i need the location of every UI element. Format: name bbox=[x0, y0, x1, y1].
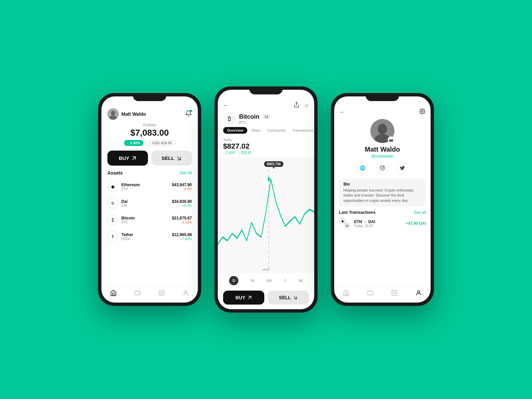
asset-name: Bitcoin bbox=[121, 216, 169, 220]
coin-rank: #1 bbox=[263, 114, 270, 119]
buy-button[interactable]: BUY bbox=[107, 151, 148, 166]
list-item[interactable]: ⊝ Dai DAI $34,836.80 +6.2% bbox=[101, 195, 198, 211]
bio-section: Bio Helping people succeed. Crypto enthu… bbox=[339, 179, 426, 206]
portfolio-label: Portfolio bbox=[101, 123, 198, 127]
svg-point-10 bbox=[185, 291, 187, 293]
portfolio-header: Matt Waldo bbox=[101, 106, 198, 122]
tx-time: Today, 15:93 bbox=[354, 224, 402, 228]
wallet-icon[interactable] bbox=[134, 290, 141, 298]
home-icon[interactable] bbox=[343, 290, 349, 298]
profile-avatar-container: 📷 bbox=[370, 119, 394, 143]
eth-icon: ◆ bbox=[107, 181, 118, 192]
coin-tabs: Overview News Community Transactions bbox=[218, 127, 314, 134]
asset-price: $21,675.67 bbox=[172, 216, 192, 220]
detail-buy-button[interactable]: BUY bbox=[223, 291, 264, 305]
chart-tooltip: $865.736 bbox=[264, 161, 283, 167]
timeframe-all[interactable]: All bbox=[299, 279, 303, 283]
svg-point-1 bbox=[111, 111, 115, 115]
svg-point-22 bbox=[383, 167, 384, 167]
tab-news[interactable]: News bbox=[249, 127, 263, 134]
asset-symbol: DAI bbox=[121, 204, 169, 207]
svg-rect-23 bbox=[367, 291, 373, 295]
list-item[interactable]: ◆ Ethereum ETH $43,947.90 -4.2% bbox=[101, 178, 198, 195]
back-button[interactable]: ← bbox=[339, 109, 345, 115]
user-row: Matt Waldo bbox=[107, 108, 146, 120]
change-usd-badge: ↑ USD 628.95 bbox=[146, 140, 175, 146]
change-pct: ↑ 2.90% bbox=[223, 151, 235, 155]
asset-price: $43,947.90 bbox=[172, 183, 192, 187]
settings-button[interactable] bbox=[419, 108, 425, 116]
asset-change: -2.12% bbox=[172, 220, 192, 224]
profile-icon[interactable] bbox=[183, 290, 189, 298]
asset-change: -4.2% bbox=[172, 187, 192, 191]
chart-time-label: 18:00 bbox=[262, 268, 270, 271]
list-item[interactable]: ₿ Bitcoin BTC $21,675.67 -2.12% bbox=[101, 211, 198, 228]
portfolio-value: $7,083.00 bbox=[101, 128, 198, 138]
notification-bell-icon[interactable] bbox=[185, 110, 192, 118]
wallet-icon[interactable] bbox=[367, 290, 374, 298]
bio-title: Bio bbox=[343, 182, 421, 187]
asset-name: Tether bbox=[121, 232, 169, 237]
coin-symbol: BTC bbox=[239, 120, 270, 124]
asset-name: Ethereum bbox=[121, 183, 169, 187]
svg-rect-5 bbox=[135, 291, 140, 295]
asset-symbol: BTC bbox=[121, 220, 169, 224]
profile-section: 📷 Matt Waldo @mattwaldo 🌐 bbox=[334, 116, 431, 176]
asset-name: Dai bbox=[121, 199, 169, 204]
asset-change: +6.2% bbox=[172, 204, 192, 207]
detail-sell-button[interactable]: SELL bbox=[268, 291, 309, 305]
home-icon[interactable] bbox=[110, 290, 117, 298]
change-usd: ↑ $28.95 bbox=[238, 151, 251, 155]
asset-change: +7.92% bbox=[172, 237, 192, 241]
avatar bbox=[107, 108, 119, 120]
phone-bitcoin-detail: ← ☆ ₿ Bitcoin #1 BTC bbox=[214, 86, 318, 313]
detail-buy-sell: BUY SELL bbox=[218, 288, 314, 309]
back-button[interactable]: ← bbox=[223, 102, 228, 108]
see-all-transactions[interactable]: See all bbox=[414, 210, 426, 215]
notch-1 bbox=[133, 93, 166, 101]
profile-icon[interactable] bbox=[415, 290, 422, 298]
see-all-assets[interactable]: See All bbox=[180, 171, 192, 175]
usdt-icon: $ bbox=[107, 231, 118, 242]
list-item[interactable]: ◆ ⊝ ETH → DAI Today, 15:93 +47.90 DAI bbox=[339, 217, 426, 229]
camera-icon[interactable]: 📷 bbox=[388, 136, 394, 143]
svg-line-3 bbox=[132, 157, 135, 160]
tab-overview[interactable]: Overview bbox=[223, 127, 247, 134]
twitter-icon[interactable] bbox=[396, 162, 408, 174]
bio-text: Helping people succeed. Crypto enthusias… bbox=[343, 188, 421, 203]
sell-button[interactable]: SELL bbox=[151, 151, 192, 166]
notification-dot bbox=[190, 110, 192, 112]
svg-point-21 bbox=[381, 167, 384, 169]
tx-icon-pair: ◆ ⊝ bbox=[339, 217, 351, 229]
website-icon[interactable]: 🌐 bbox=[356, 162, 368, 174]
notch-2 bbox=[249, 86, 283, 94]
asset-symbol: USDC bbox=[121, 237, 169, 241]
timeframe-d[interactable]: D bbox=[229, 276, 238, 285]
bookmark-button[interactable]: ☆ bbox=[304, 102, 309, 109]
phone-profile: ← bbox=[331, 93, 434, 306]
instagram-icon[interactable] bbox=[376, 162, 388, 174]
portfolio-badges: ↑ 3.90% ↑ USD 628.95 bbox=[101, 140, 198, 146]
list-icon[interactable] bbox=[391, 290, 398, 298]
bottom-nav bbox=[101, 286, 198, 303]
coin-price: $827.02 bbox=[223, 142, 309, 151]
tab-transactions[interactable]: Transactions bbox=[290, 127, 314, 134]
timeframe-y[interactable]: Y bbox=[284, 279, 286, 283]
svg-line-14 bbox=[248, 296, 251, 299]
svg-line-4 bbox=[178, 157, 181, 160]
assets-title: Assets bbox=[107, 170, 123, 176]
dai-icon: ⊝ bbox=[107, 198, 118, 208]
list-icon[interactable] bbox=[158, 290, 165, 298]
profile-name: Matt Waldo bbox=[365, 146, 400, 153]
transactions-title: Last Transactions bbox=[339, 210, 376, 215]
timeframe-w[interactable]: W bbox=[251, 279, 254, 283]
list-item[interactable]: $ Tether USDC $12,965.68 +7.92% bbox=[101, 228, 198, 245]
bitcoin-icon: ₿ bbox=[223, 112, 236, 125]
timeframe-6m[interactable]: 6M bbox=[267, 279, 272, 283]
share-button[interactable] bbox=[294, 102, 300, 109]
detail-header: ← ☆ bbox=[218, 99, 314, 109]
tab-community[interactable]: Community bbox=[264, 127, 288, 134]
coin-info-row: ₿ Bitcoin #1 BTC bbox=[218, 109, 314, 127]
asset-symbol: ETH bbox=[121, 187, 169, 191]
svg-point-18 bbox=[378, 124, 387, 134]
